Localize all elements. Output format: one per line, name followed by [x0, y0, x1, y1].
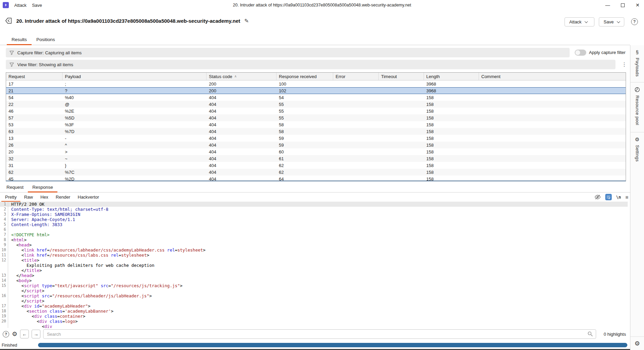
- tab-raw[interactable]: Raw: [20, 194, 37, 202]
- attack-tag-icon[interactable]: [5, 17, 12, 24]
- table-row[interactable]: 54%4040454158: [6, 94, 626, 101]
- table-cell: 404: [207, 108, 276, 114]
- menu-save[interactable]: Save: [32, 3, 42, 8]
- line-number: [0, 288, 8, 293]
- line-text: <link href=/resources/labheader/css/acad…: [8, 247, 205, 253]
- table-cell: 55: [276, 114, 333, 121]
- table-cell: }: [62, 162, 207, 169]
- table-cell: [333, 169, 379, 176]
- search-help-icon[interactable]: ?: [3, 331, 9, 337]
- table-cell: [479, 88, 626, 94]
- column-header-payload[interactable]: Payload: [62, 73, 207, 80]
- line-number: 12: [0, 258, 8, 263]
- tab-hex[interactable]: Hex: [37, 194, 52, 202]
- edit-title-icon[interactable]: ✎: [244, 18, 249, 24]
- sidebar-bottom-settings[interactable]: ⚙: [630, 336, 644, 350]
- editor-menu-icon[interactable]: ≡: [625, 194, 628, 200]
- next-match-button[interactable]: →: [32, 330, 40, 338]
- table-row[interactable]: 17;2001003968: [6, 80, 626, 87]
- table-row[interactable]: 26^40459158: [6, 142, 626, 148]
- maximize-button[interactable]: [619, 1, 626, 9]
- column-header-response-received[interactable]: Response received: [276, 73, 333, 80]
- line-number: 9: [0, 242, 8, 247]
- apply-capture-filter-toggle[interactable]: [575, 50, 586, 56]
- column-header-error[interactable]: Error: [333, 73, 379, 80]
- table-cell: 20: [6, 148, 62, 155]
- table-cell: [333, 176, 379, 181]
- line-number: 6: [0, 227, 8, 232]
- menu-attack[interactable]: Attack: [14, 3, 26, 8]
- sidebar-item-payloads[interactable]: § Payloads: [630, 45, 644, 82]
- table-cell: >: [62, 148, 207, 155]
- table-cell: 404: [207, 142, 276, 148]
- table-row[interactable]: 31}40462158: [6, 162, 626, 169]
- attack-button[interactable]: Attack: [565, 17, 594, 26]
- sort-ascending-icon: ∧: [234, 74, 237, 78]
- tab-response[interactable]: Response: [28, 183, 57, 192]
- line-number: 7: [0, 232, 8, 237]
- results-table: RequestPayloadStatus code∧Response recei…: [6, 72, 626, 181]
- table-cell: 200: [207, 88, 276, 94]
- table-cell: 61: [276, 155, 333, 162]
- word-wrap-toggle[interactable]: [605, 194, 612, 200]
- sidebar-item-settings[interactable]: ⚙ Settings: [630, 132, 644, 190]
- table-row[interactable]: 53%3F40458158: [6, 121, 626, 128]
- attack-progress-bar: [38, 343, 627, 347]
- table-row[interactable]: 13-40459158: [6, 135, 626, 142]
- show-newlines-toggle[interactable]: \n: [616, 195, 621, 200]
- main-tab-bar: Results Positions: [0, 35, 630, 45]
- column-header-timeout[interactable]: Timeout: [379, 73, 424, 80]
- table-cell: 55: [276, 101, 333, 108]
- code-line: 4Server: Apache-Coyote/1.1: [0, 217, 628, 222]
- table-row[interactable]: 21?2001023968: [6, 87, 626, 94]
- previous-match-button[interactable]: ←: [20, 330, 29, 338]
- line-number: 15: [0, 283, 8, 288]
- editor-search-bar: ? ⚙ ← → 0 highlights: [0, 328, 628, 340]
- tab-hackvertor[interactable]: Hackvertor: [74, 194, 103, 202]
- view-filter-menu-icon[interactable]: ⋮: [621, 60, 628, 69]
- line-number: 17: [0, 303, 8, 309]
- window-titlebar: Attack Save 20. Intruder attack of https…: [0, 0, 644, 10]
- search-input[interactable]: [43, 329, 596, 339]
- table-row[interactable]: 62%7C40462158: [6, 169, 626, 176]
- column-header-comment[interactable]: Comment: [479, 73, 626, 80]
- column-header-length[interactable]: Length: [424, 73, 479, 80]
- save-button[interactable]: Save: [599, 17, 624, 26]
- table-row[interactable]: 22@40455158: [6, 101, 626, 108]
- search-settings-gear-icon[interactable]: ⚙: [12, 331, 17, 337]
- table-cell: 404: [207, 135, 276, 142]
- editor-toolbar: \n ≡: [594, 194, 628, 200]
- table-row[interactable]: 45%2D40464158: [6, 176, 626, 181]
- results-table-header: RequestPayloadStatus code∧Response recei…: [6, 73, 626, 80]
- table-cell: [333, 162, 379, 169]
- close-button[interactable]: ✕: [634, 1, 641, 9]
- capture-filter-bar[interactable]: Capture filter: Capturing all items: [6, 48, 570, 57]
- line-text: Content-Length: 3833: [8, 222, 62, 227]
- table-cell: 13: [6, 135, 62, 142]
- table-cell: 62: [276, 169, 333, 176]
- line-number: 4: [0, 217, 8, 222]
- minimize-button[interactable]: —: [604, 1, 611, 9]
- column-header-status-code[interactable]: Status code∧: [207, 73, 276, 80]
- code-line: 18 <section class='academyLabBanner'>: [0, 309, 628, 314]
- response-editor[interactable]: 1HTTP/2 200 OK2Content-Type: text/html; …: [0, 202, 628, 328]
- hide-nonprintable-eye-icon[interactable]: [594, 194, 601, 200]
- table-cell: 158: [424, 128, 479, 135]
- table-row[interactable]: 63%7D40458158: [6, 128, 626, 135]
- table-row[interactable]: 20>40460158: [6, 148, 626, 155]
- line-number: 16: [0, 293, 8, 298]
- view-filter-bar[interactable]: View filter: Showing all items: [6, 60, 615, 69]
- table-row[interactable]: 32~40461158: [6, 155, 626, 162]
- tab-request[interactable]: Request: [2, 183, 28, 192]
- help-icon[interactable]: ?: [631, 18, 638, 25]
- column-header-request[interactable]: Request: [6, 73, 62, 80]
- tab-positions[interactable]: Positions: [32, 35, 60, 45]
- table-row[interactable]: 57%5D40455158: [6, 114, 626, 121]
- tab-results[interactable]: Results: [7, 35, 32, 45]
- table-cell: 158: [424, 135, 479, 142]
- line-text: <!DOCTYPE html>: [8, 232, 50, 237]
- table-row[interactable]: 46%2E40455158: [6, 108, 626, 114]
- tab-render[interactable]: Render: [52, 194, 74, 202]
- sidebar-item-resource-pool[interactable]: Resource pool: [630, 82, 644, 132]
- tab-pretty[interactable]: Pretty: [1, 194, 20, 202]
